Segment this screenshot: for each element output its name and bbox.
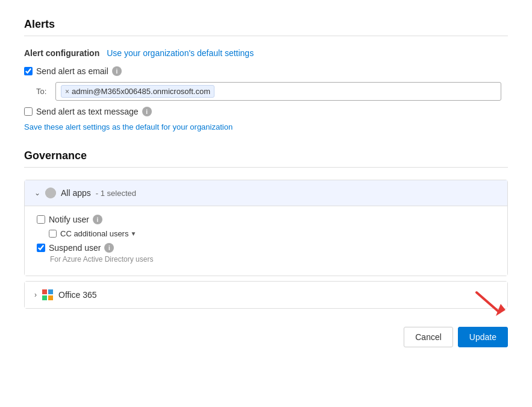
send-sms-row: Send alert as text message i xyxy=(24,107,508,116)
save-default-link[interactable]: Save these alert settings as the default… xyxy=(24,122,508,131)
cancel-button[interactable]: Cancel xyxy=(404,327,453,347)
cc-additional-row: CC additional users ▼ xyxy=(49,229,495,238)
cc-additional-label: CC additional users xyxy=(60,229,128,238)
send-email-row: Send alert as email i xyxy=(24,66,508,76)
send-email-info-icon: i xyxy=(112,66,122,76)
all-apps-label: All apps xyxy=(61,188,91,198)
governance-title: Governance xyxy=(24,150,508,162)
office365-box: › Office 365 xyxy=(24,281,508,309)
use-default-link[interactable]: Use your organization's default settings xyxy=(107,48,254,58)
email-tag-input[interactable]: × admin@M365x006485.onmicrosoft.com xyxy=(55,82,501,101)
notify-user-label: Notify user xyxy=(49,215,89,224)
all-apps-count: - 1 selected xyxy=(96,189,136,198)
red-arrow-indicator xyxy=(471,289,507,320)
office365-label: Office 365 xyxy=(58,290,97,300)
suspend-user-note: For Azure Active Directory users xyxy=(50,255,495,263)
svg-rect-1 xyxy=(42,289,47,294)
email-tag-value: admin@M365x006485.onmicrosoft.com xyxy=(72,87,210,96)
cc-dropdown-arrow-icon: ▼ xyxy=(130,230,136,237)
cc-additional-checkbox[interactable] xyxy=(49,230,57,238)
svg-point-0 xyxy=(45,188,56,198)
suspend-user-option: Suspend user i xyxy=(37,243,495,253)
email-to-row: To: × admin@M365x006485.onmicrosoft.com xyxy=(36,82,508,101)
svg-rect-2 xyxy=(48,289,53,294)
office365-chevron-icon: › xyxy=(34,291,37,299)
notify-user-info-icon: i xyxy=(93,215,102,224)
email-tag: × admin@M365x006485.onmicrosoft.com xyxy=(61,85,214,98)
suspend-user-checkbox[interactable] xyxy=(37,244,45,252)
alert-config-label: Alert configuration xyxy=(24,48,99,58)
bottom-buttons-area: Cancel Update xyxy=(24,321,508,347)
all-apps-body: Notify user i CC additional users ▼ Susp… xyxy=(25,206,507,276)
update-button[interactable]: Update xyxy=(458,327,508,347)
office365-app-icon xyxy=(42,289,54,301)
svg-rect-4 xyxy=(48,295,53,300)
send-email-label: Send alert as email xyxy=(36,66,108,76)
alert-config-row: Alert configuration Use your organizatio… xyxy=(24,48,508,58)
all-apps-chevron-icon: ⌄ xyxy=(34,189,40,197)
notify-user-option: Notify user i xyxy=(37,215,495,224)
all-apps-box: ⌄ All apps - 1 selected Notify user i xyxy=(24,180,508,276)
cc-additional-dropdown[interactable]: CC additional users ▼ xyxy=(60,229,136,238)
suspend-user-label: Suspend user xyxy=(49,243,101,253)
send-sms-checkbox[interactable] xyxy=(24,107,33,116)
governance-divider xyxy=(24,167,508,168)
send-sms-label: Send alert as text message xyxy=(36,107,139,116)
send-email-checkbox[interactable] xyxy=(24,67,33,75)
svg-rect-3 xyxy=(42,295,47,300)
alerts-divider xyxy=(24,36,508,36)
send-sms-info-icon: i xyxy=(142,107,152,116)
all-apps-circle-icon xyxy=(45,188,56,198)
alerts-title: Alerts xyxy=(24,18,508,31)
email-tag-remove[interactable]: × xyxy=(65,87,69,96)
suspend-user-info-icon: i xyxy=(104,243,114,253)
alerts-section: Alerts Alert configuration Use your orga… xyxy=(24,18,508,131)
notify-user-checkbox[interactable] xyxy=(37,215,45,224)
all-apps-header[interactable]: ⌄ All apps - 1 selected xyxy=(25,180,507,206)
governance-section: Governance ⌄ All apps - 1 selected Notif… xyxy=(24,150,508,309)
to-label: To: xyxy=(36,87,49,96)
office365-header[interactable]: › Office 365 xyxy=(25,282,507,308)
svg-line-5 xyxy=(477,292,499,312)
